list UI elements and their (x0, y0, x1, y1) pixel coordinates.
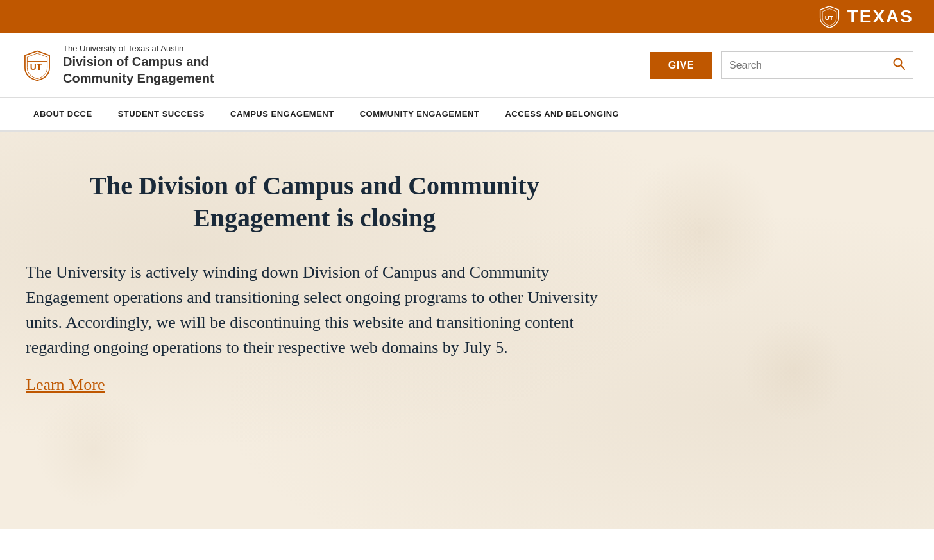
search-icon (892, 57, 905, 70)
main-heading: The Division of Campus and Community Eng… (74, 170, 555, 234)
header-branding: UT The University of Texas at Austin Div… (21, 44, 214, 87)
ut-logo: UT TEXAS (818, 5, 913, 28)
ut-shield-icon-top: UT (818, 5, 841, 28)
svg-rect-2 (27, 61, 47, 62)
header-shield-icon: UT (21, 49, 54, 82)
nav-item-about-dcce[interactable]: ABOUT DCCE (21, 98, 105, 130)
division-name: Division of Campus and Community Engagem… (63, 53, 214, 87)
search-input[interactable] (729, 60, 892, 71)
search-icon-button[interactable] (892, 57, 905, 73)
main-body-text: The University is actively winding down … (26, 260, 603, 360)
ut-wordmark: TEXAS (847, 6, 913, 27)
content-inner: The Division of Campus and Community Eng… (26, 170, 603, 395)
search-box (721, 51, 913, 79)
svg-line-4 (901, 65, 904, 69)
svg-text:UT: UT (824, 14, 833, 21)
nav-item-campus-engagement[interactable]: CAMPUS ENGAGEMENT (217, 98, 347, 130)
nav-item-student-success[interactable]: STUDENT SUCCESS (105, 98, 217, 130)
site-header: UT The University of Texas at Austin Div… (0, 33, 934, 98)
nav-item-community-engagement[interactable]: COMMUNITY ENGAGEMENT (347, 98, 493, 130)
main-content-area: The Division of Campus and Community Eng… (0, 132, 934, 529)
svg-text:UT: UT (30, 61, 42, 71)
institution-name: The University of Texas at Austin (63, 44, 214, 53)
learn-more-link[interactable]: Learn More (26, 375, 105, 394)
header-actions: GIVE (650, 51, 913, 79)
header-title-block: The University of Texas at Austin Divisi… (63, 44, 214, 87)
main-nav: ABOUT DCCE STUDENT SUCCESS CAMPUS ENGAGE… (0, 98, 934, 132)
give-button[interactable]: GIVE (650, 52, 712, 79)
top-bar: UT TEXAS (0, 0, 934, 33)
nav-item-access-belonging[interactable]: ACCESS AND BELONGING (492, 98, 632, 130)
